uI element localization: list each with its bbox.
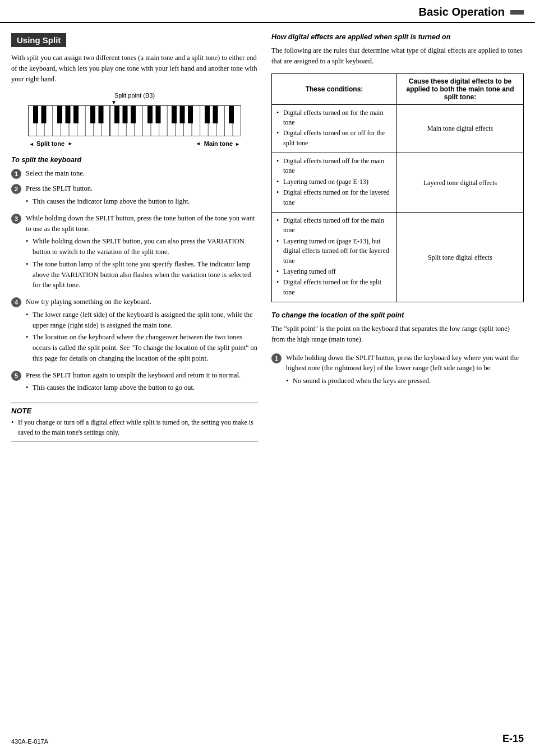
table-row: Digital effects turned off for the main … [272,153,524,213]
step-number: 5 [11,371,21,381]
step-2: 2Press the SPLIT button.This causes the … [11,183,258,209]
svg-rect-37 [156,105,161,123]
svg-rect-31 [90,105,95,123]
change-step-1: 1While holding down the SPLIT button, pr… [271,353,524,388]
svg-rect-40 [188,105,193,123]
step-number: 3 [11,214,21,224]
keyboard-labels: Split tone ► ◄ Main tone [28,140,241,147]
step-text: Press the SPLIT button. [26,183,258,194]
list-item: This causes the indicator lamp above the… [26,382,258,393]
split-tone-label: Split tone ► [29,140,73,147]
note-content: If you change or turn off a digital effe… [11,417,258,437]
svg-rect-29 [66,105,71,123]
step-4: 4Now try playing something on the keyboa… [11,297,258,366]
right-column: How digital effects are applied when spl… [271,33,524,441]
note-section: NOTE If you change or turn off a digital… [11,403,258,441]
change-steps-container: 1While holding down the SPLIT button, pr… [271,353,524,388]
step-number: 1 [271,353,282,363]
step-5: 5Press the SPLIT button again to unsplit… [11,370,258,395]
svg-rect-32 [99,105,104,123]
table-cell-effect: Layered tone digital effects [396,153,523,213]
page-number: E-15 [502,733,524,745]
change-location-heading: To change the location of the split poin… [271,311,524,319]
svg-rect-33 [114,105,119,123]
step-text: Now try playing something on the keyboar… [26,297,258,307]
list-item: Layering turned on (page E-13), but digi… [276,237,392,266]
table-cell-conditions: Digital effects turned off for the main … [272,153,397,213]
list-item: The lower range (left side) of the keybo… [26,310,258,331]
right-heading: How digital effects are applied when spl… [271,33,524,41]
split-pointer: ▼ [28,100,241,105]
to-split-heading: To split the keyboard [11,156,258,164]
svg-rect-39 [180,105,185,123]
list-item: Layering turned on (page E-13) [276,177,392,187]
step-text: While holding down the SPLIT button, pre… [26,213,258,234]
step-content: Now try playing something on the keyboar… [26,297,258,366]
effects-table: These conditions: Cause these digital ef… [271,73,524,303]
svg-rect-41 [205,105,210,123]
list-item: Digital effects turned on for the main t… [276,108,392,128]
keyboard-diagram-section: Split point (B3) ▼ // This is just for r… [11,92,258,148]
header-tab [510,10,524,15]
svg-rect-30 [73,105,79,123]
page-title: Basic Operation [419,6,505,19]
list-item: Layering turned off [276,267,392,276]
table-row: Digital effects turned on for the main t… [272,104,524,153]
list-item: While holding down the SPLIT button, you… [26,236,258,257]
arrow-left-icon [29,140,34,147]
arrow-right3-icon [235,140,240,147]
list-item: The tone button lamp of the split tone y… [26,259,258,291]
footer: 430A-E-017A E-15 [11,733,524,745]
arrow-right-icon: ► [68,141,73,146]
table-cell-conditions: Digital effects turned off for the main … [272,213,397,302]
step-content: While holding down the SPLIT button, pre… [286,353,524,388]
step-number: 2 [11,184,21,194]
list-item: Digital effects turned on for the layere… [276,188,392,208]
step-content: Select the main tone. [26,168,258,179]
table-cell-conditions: Digital effects turned on for the main t… [272,104,397,153]
table-row: Digital effects turned off for the main … [272,213,524,302]
section-title: Using Split [11,33,66,47]
svg-rect-26 [33,105,38,123]
table-cell-effect: Split tone digital effects [396,213,523,302]
step-content: Press the SPLIT button again to unsplit … [26,370,258,395]
keyboard-svg: // This is just for rendering, not data [28,105,241,136]
svg-rect-43 [229,105,234,123]
step-1: 1Select the main tone. [11,168,258,179]
svg-rect-42 [213,105,218,123]
steps-container: 1Select the main tone.2Press the SPLIT b… [11,168,258,395]
keyboard-diagram: ▼ // This is just for rendering, not dat… [28,100,241,147]
svg-rect-34 [123,105,128,123]
right-intro: The following are the rules that determi… [271,45,524,67]
step-number: 1 [11,169,21,179]
step-text: Select the main tone. [26,168,258,179]
step-text: Press the SPLIT button again to unsplit … [26,370,258,381]
table-cell-effect: Main tone digital effects [396,104,523,153]
note-title: NOTE [11,407,258,415]
step-number: 4 [11,297,21,307]
left-column: Using Split With split you can assign tw… [11,33,258,441]
header: Basic Operation [0,0,535,23]
main-tone-label: ◄ Main tone [196,140,240,147]
svg-rect-27 [41,105,47,123]
main-content: Using Split With split you can assign tw… [0,33,535,441]
step-content: While holding down the SPLIT button, pre… [26,213,258,292]
list-item: No sound is produced when the keys are p… [286,376,524,386]
table-col2-header: Cause these digital effects to be applie… [396,73,523,104]
intro-text: With split you can assign two different … [11,53,258,84]
list-item: The location on the keyboard where the c… [26,332,258,363]
list-item: Digital effects turned on or off for the… [276,128,392,148]
list-item: Digital effects turned off for the main … [276,216,392,236]
list-item: This causes the indicator lamp above the… [26,196,258,207]
change-location-intro: The "split point" is the point on the ke… [271,324,524,345]
svg-rect-38 [172,105,177,123]
step-3: 3While holding down the SPLIT button, pr… [11,213,258,292]
arrow-left2-icon: ◄ [196,141,201,146]
list-item: Digital effects turned off for the main … [276,156,392,176]
split-point-label: Split point (B3) [11,92,258,99]
step-content: Press the SPLIT button.This causes the i… [26,183,258,209]
svg-rect-36 [147,105,153,123]
list-item: Digital effects turned on for the split … [276,278,392,297]
table-col1-header: These conditions: [272,73,397,104]
footer-code: 430A-E-017A [11,738,48,745]
